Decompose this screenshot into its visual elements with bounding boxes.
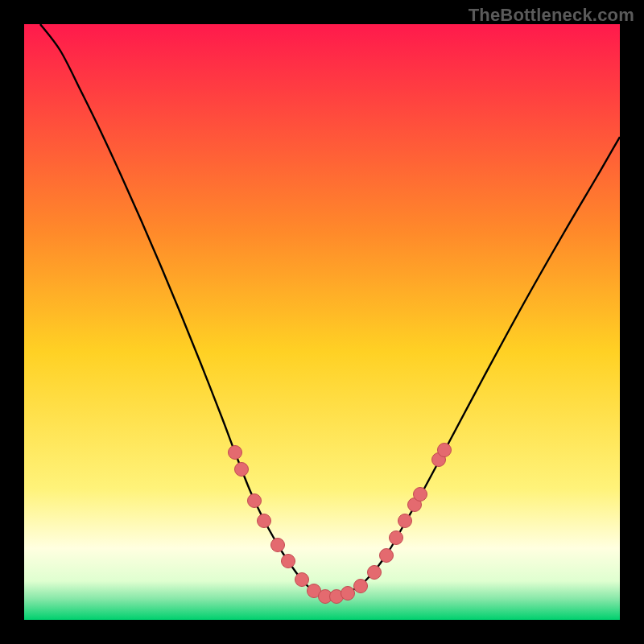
data-dot	[248, 494, 262, 508]
data-dot	[398, 514, 412, 528]
data-dot	[354, 580, 368, 593]
data-dot	[235, 463, 249, 477]
data-dot	[390, 531, 403, 545]
plot-background	[24, 24, 620, 620]
chart-stage: TheBottleneck.com	[0, 0, 644, 644]
watermark-text: TheBottleneck.com	[469, 5, 634, 26]
data-dot	[341, 587, 355, 601]
data-dot	[229, 446, 242, 460]
data-dot	[258, 514, 271, 528]
data-dot	[282, 555, 295, 568]
data-dot	[295, 573, 309, 587]
data-dot	[368, 566, 382, 580]
chart-svg	[0, 0, 644, 644]
data-dot	[438, 444, 452, 457]
data-dot	[414, 488, 427, 502]
data-dot	[380, 549, 394, 563]
data-dot	[271, 539, 285, 552]
